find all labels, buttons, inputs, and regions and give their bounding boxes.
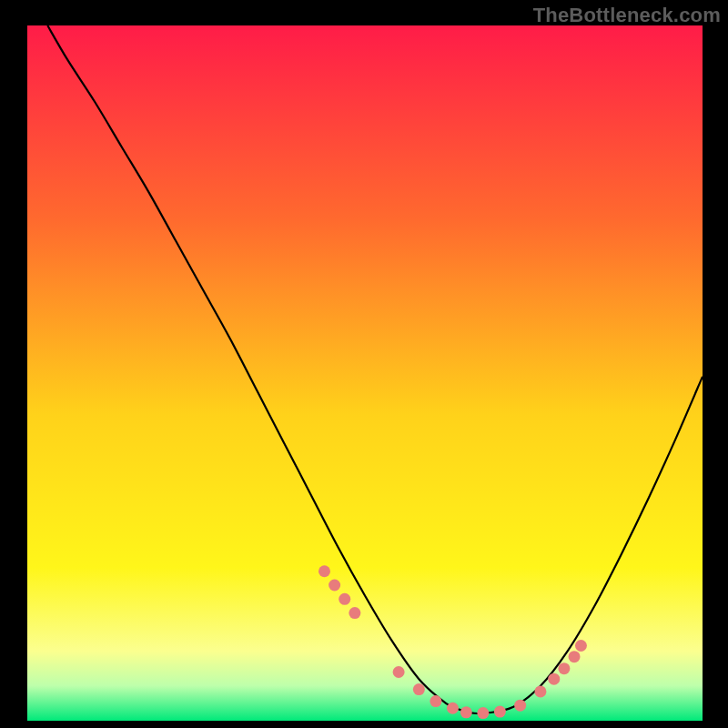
highlight-marker [569, 651, 581, 662]
highlight-marker [413, 683, 425, 695]
highlight-marker [534, 685, 546, 697]
plot-frame [27, 25, 703, 721]
highlight-marker [318, 565, 330, 577]
bottleneck-chart [27, 25, 703, 721]
watermark-text: TheBottleneck.com [533, 4, 721, 27]
highlight-marker [477, 707, 489, 719]
highlight-marker [460, 706, 472, 718]
highlight-marker [558, 662, 570, 674]
chart-container: TheBottleneck.com [0, 0, 728, 728]
highlight-marker [329, 580, 340, 592]
highlight-marker [447, 703, 459, 714]
highlight-marker [393, 666, 405, 678]
highlight-marker [430, 695, 441, 707]
highlight-marker [514, 700, 526, 712]
highlight-marker [494, 706, 506, 718]
highlight-marker [349, 607, 360, 619]
highlight-marker [339, 593, 350, 605]
gradient-background [27, 25, 703, 721]
highlight-marker [575, 640, 587, 652]
highlight-marker [548, 673, 560, 685]
